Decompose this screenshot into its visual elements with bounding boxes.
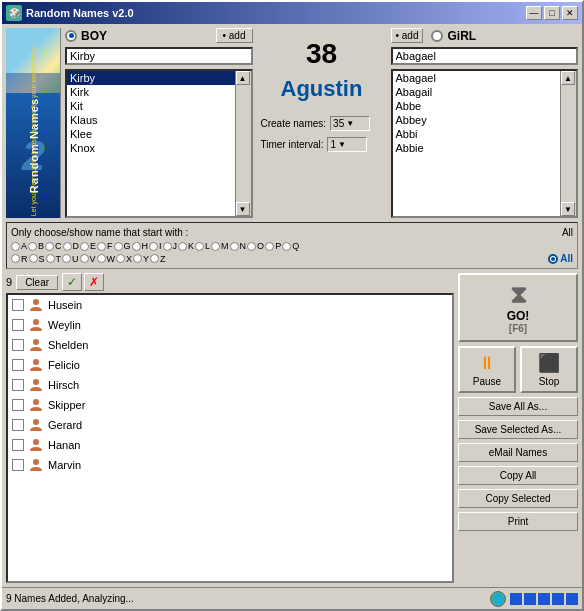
letter-radio-V[interactable]: V xyxy=(80,254,96,264)
letter-radio-T[interactable]: T xyxy=(46,254,62,264)
letter-radio-I[interactable]: I xyxy=(149,241,162,251)
girl-list-item[interactable]: Abbe xyxy=(393,99,577,113)
letter-radio-U[interactable]: U xyxy=(62,254,79,264)
boy-scroll-down[interactable]: ▼ xyxy=(236,202,250,216)
boy-scroll-up[interactable]: ▲ xyxy=(236,71,250,85)
letter-radio-F[interactable]: F xyxy=(97,241,113,251)
minimize-button[interactable]: — xyxy=(526,6,542,20)
letter-radio-D[interactable]: D xyxy=(63,241,80,251)
letter-radio-btn-H[interactable] xyxy=(132,242,141,251)
letter-radio-btn-K[interactable] xyxy=(178,242,187,251)
letter-radio-L[interactable]: L xyxy=(195,241,210,251)
letter-radio-A[interactable]: A xyxy=(11,241,27,251)
print-button[interactable]: Print xyxy=(458,512,578,531)
letter-radio-btn-B[interactable] xyxy=(28,242,37,251)
boy-add-button[interactable]: • add xyxy=(216,28,253,43)
letter-radio-G[interactable]: G xyxy=(114,241,131,251)
letter-radio-C[interactable]: C xyxy=(45,241,62,251)
letter-radio-Q[interactable]: Q xyxy=(282,241,299,251)
name-checkbox[interactable] xyxy=(12,359,24,371)
boy-list-item[interactable]: Kirby xyxy=(67,71,251,85)
letter-radio-btn-Q[interactable] xyxy=(282,242,291,251)
letter-radio-Y[interactable]: Y xyxy=(133,254,149,264)
letter-radio-btn-Z[interactable] xyxy=(150,254,159,263)
letter-radio-btn-Y[interactable] xyxy=(133,254,142,263)
letter-radio-btn-A[interactable] xyxy=(11,242,20,251)
name-checkbox[interactable] xyxy=(12,299,24,311)
letter-radio-H[interactable]: H xyxy=(132,241,149,251)
clear-button[interactable]: Clear xyxy=(16,275,58,290)
letter-radio-P[interactable]: P xyxy=(265,241,281,251)
name-checkbox[interactable] xyxy=(12,339,24,351)
letter-radio-btn-J[interactable] xyxy=(163,242,172,251)
letter-radio-btn-O[interactable] xyxy=(247,242,256,251)
girl-scroll-down[interactable]: ▼ xyxy=(561,202,575,216)
boy-list-item[interactable]: Klaus xyxy=(67,113,251,127)
girl-radio[interactable] xyxy=(431,30,443,42)
all-radio-button[interactable] xyxy=(548,254,558,264)
pause-button[interactable]: ⏸ Pause xyxy=(458,346,516,393)
girl-list-item[interactable]: Abbi xyxy=(393,127,577,141)
maximize-button[interactable]: □ xyxy=(544,6,560,20)
copy-selected-button[interactable]: Copy Selected xyxy=(458,489,578,508)
girl-list-item[interactable]: Abagael xyxy=(393,71,577,85)
boy-list-item[interactable]: Kit xyxy=(67,99,251,113)
girl-scroll-up[interactable]: ▲ xyxy=(561,71,575,85)
name-checkbox[interactable] xyxy=(12,399,24,411)
create-names-dropdown[interactable]: 35 ▼ xyxy=(330,116,370,131)
letter-radio-btn-M[interactable] xyxy=(211,242,220,251)
letter-radio-btn-C[interactable] xyxy=(45,242,54,251)
email-names-button[interactable]: eMail Names xyxy=(458,443,578,462)
letter-radio-E[interactable]: E xyxy=(80,241,96,251)
boy-listbox[interactable]: KirbyKirkKitKlausKleeKnox ▲ ▼ xyxy=(65,69,253,218)
girl-list-item[interactable]: Abbey xyxy=(393,113,577,127)
name-checkbox[interactable] xyxy=(12,439,24,451)
letter-radio-N[interactable]: N xyxy=(230,241,247,251)
letter-radio-btn-U[interactable] xyxy=(62,254,71,263)
letter-radio-X[interactable]: X xyxy=(116,254,132,264)
letter-radio-btn-N[interactable] xyxy=(230,242,239,251)
letter-radio-btn-W[interactable] xyxy=(97,254,106,263)
timer-interval-dropdown[interactable]: 1 ▼ xyxy=(327,137,367,152)
girl-search-input[interactable] xyxy=(391,47,579,65)
girl-add-button[interactable]: • add xyxy=(391,28,424,43)
check-all-button[interactable]: ✓ xyxy=(62,273,82,291)
letter-radio-btn-T[interactable] xyxy=(46,254,55,263)
letter-radio-S[interactable]: S xyxy=(29,254,45,264)
letter-radio-btn-L[interactable] xyxy=(195,242,204,251)
letter-radio-btn-I[interactable] xyxy=(149,242,158,251)
name-checkbox[interactable] xyxy=(12,319,24,331)
letter-radio-btn-R[interactable] xyxy=(11,254,20,263)
go-button[interactable]: ⧗ GO! [F6] xyxy=(458,273,578,342)
girl-list-item[interactable]: Abbie xyxy=(393,141,577,155)
letter-radio-M[interactable]: M xyxy=(211,241,229,251)
letter-radio-btn-S[interactable] xyxy=(29,254,38,263)
boy-radio[interactable] xyxy=(65,30,77,42)
boy-list-item[interactable]: Klee xyxy=(67,127,251,141)
boy-search-input[interactable] xyxy=(65,47,253,65)
name-checkbox[interactable] xyxy=(12,379,24,391)
letter-radio-btn-F[interactable] xyxy=(97,242,106,251)
letter-radio-btn-D[interactable] xyxy=(63,242,72,251)
save-all-button[interactable]: Save All As... xyxy=(458,397,578,416)
boy-list-item[interactable]: Knox xyxy=(67,141,251,155)
letter-radio-Z[interactable]: Z xyxy=(150,254,166,264)
letter-radio-W[interactable]: W xyxy=(97,254,116,264)
letter-radio-O[interactable]: O xyxy=(247,241,264,251)
letter-radio-btn-V[interactable] xyxy=(80,254,89,263)
girl-list-item[interactable]: Abagail xyxy=(393,85,577,99)
letter-radio-K[interactable]: K xyxy=(178,241,194,251)
save-selected-button[interactable]: Save Selected As... xyxy=(458,420,578,439)
name-checkbox[interactable] xyxy=(12,459,24,471)
letter-radio-btn-G[interactable] xyxy=(114,242,123,251)
letter-radio-btn-X[interactable] xyxy=(116,254,125,263)
letter-radio-R[interactable]: R xyxy=(11,254,28,264)
name-checkbox[interactable] xyxy=(12,419,24,431)
letter-radio-btn-E[interactable] xyxy=(80,242,89,251)
letter-radio-btn-P[interactable] xyxy=(265,242,274,251)
stop-button[interactable]: ⬛ Stop xyxy=(520,346,578,393)
letter-radio-B[interactable]: B xyxy=(28,241,44,251)
uncheck-all-button[interactable]: ✗ xyxy=(84,273,104,291)
copy-all-button[interactable]: Copy All xyxy=(458,466,578,485)
girl-listbox[interactable]: AbagaelAbagailAbbeAbbeyAbbiAbbie ▲ ▼ xyxy=(391,69,579,218)
